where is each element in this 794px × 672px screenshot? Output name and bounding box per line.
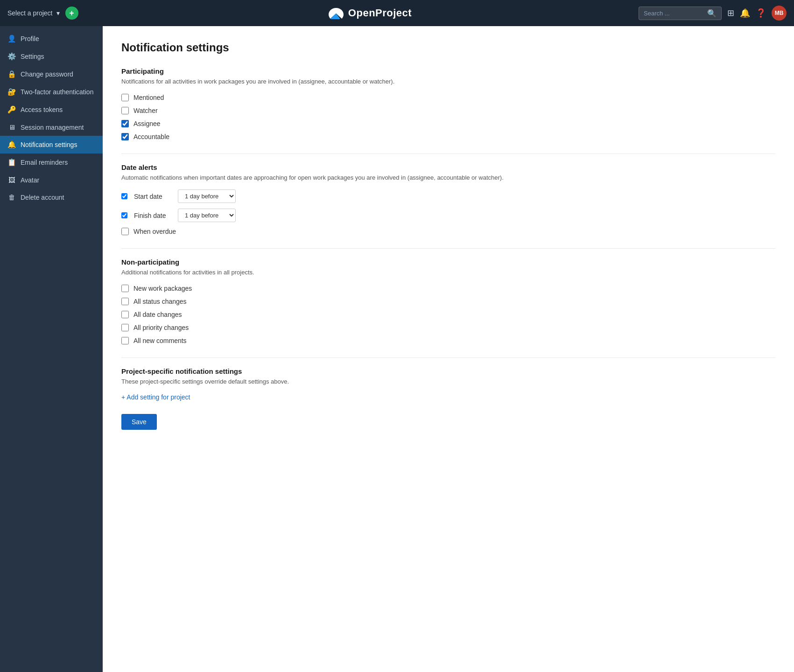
participating-accountable-label[interactable]: Accountable	[134, 133, 169, 140]
access-tokens-icon: 🔑	[7, 105, 16, 114]
notification-settings-label: Notification settings	[21, 141, 95, 148]
sidebar-item-profile[interactable]: 👤 Profile	[0, 30, 103, 48]
date-alerts-title: Date alerts	[121, 163, 775, 171]
date-alerts-section: Date alerts Automatic notifications when…	[121, 163, 775, 236]
search-icon: 🔍	[707, 9, 717, 18]
help-icon[interactable]: ❓	[756, 8, 766, 18]
non-participating-all-status-changes-label[interactable]: All status changes	[134, 298, 187, 305]
sidebar-item-change-password[interactable]: 🔒 Change password	[0, 65, 103, 83]
sidebar-item-settings[interactable]: ⚙️ Settings	[0, 48, 103, 65]
participating-mentioned-row: Mentioned	[121, 94, 775, 101]
participating-mentioned-label[interactable]: Mentioned	[134, 94, 164, 101]
participating-assignee-row: Assignee	[121, 120, 775, 127]
participating-watcher-checkbox[interactable]	[121, 107, 129, 114]
non-participating-all-new-comments-checkbox[interactable]	[121, 337, 129, 344]
non-participating-new-work-packages-checkbox[interactable]	[121, 285, 129, 292]
project-selector-label: Select a project	[7, 9, 53, 17]
non-participating-all-status-changes-checkbox[interactable]	[121, 298, 129, 305]
date-alert-start-date-checkbox[interactable]	[121, 193, 127, 199]
search-input[interactable]	[644, 10, 704, 17]
non-participating-all-priority-changes-label[interactable]: All priority changes	[134, 324, 189, 331]
participating-assignee-checkbox[interactable]	[121, 120, 129, 127]
session-management-icon: 🖥	[7, 123, 16, 131]
email-reminders-icon: 📋	[7, 158, 16, 167]
project-specific-section: Project-specific notification settings T…	[121, 367, 775, 401]
date-alert-when-overdue-checkbox[interactable]	[121, 228, 129, 235]
settings-label: Settings	[21, 53, 95, 60]
date-alert-start-date-row: Start date 1 day before2 days before3 da…	[121, 189, 775, 203]
notifications-icon[interactable]: 🔔	[740, 8, 750, 18]
delete-account-icon: 🗑	[7, 193, 16, 201]
main-content: Notification settings Participating Noti…	[103, 26, 794, 672]
participating-assignee-label[interactable]: Assignee	[134, 120, 161, 127]
non-participating-all-date-changes-row: All date changes	[121, 311, 775, 318]
two-factor-label: Two-factor authentication	[21, 88, 95, 96]
date-alert-start-date-select[interactable]: 1 day before2 days before3 days before1 …	[178, 189, 236, 203]
sidebar-item-avatar[interactable]: 🖼 Avatar	[0, 171, 103, 189]
participating-title: Participating	[121, 67, 775, 75]
profile-icon: 👤	[7, 35, 16, 43]
non-participating-all-priority-changes-row: All priority changes	[121, 324, 775, 331]
app-title: OpenProject	[348, 7, 412, 19]
chevron-down-icon: ▾	[56, 9, 60, 17]
sidebar-item-notification-settings[interactable]: 🔔 Notification settings	[0, 136, 103, 154]
main-layout: 👤 Profile ⚙️ Settings 🔒 Change password …	[0, 26, 794, 672]
non-participating-title: Non-participating	[121, 258, 775, 266]
notification-settings-icon: 🔔	[7, 140, 16, 149]
sidebar-item-email-reminders[interactable]: 📋 Email reminders	[0, 154, 103, 171]
delete-account-label: Delete account	[21, 194, 95, 201]
topnav-actions: 🔍 ⊞ 🔔 ❓ MB	[639, 6, 787, 21]
participating-accountable-checkbox[interactable]	[121, 133, 129, 140]
save-button[interactable]: Save	[121, 414, 157, 430]
access-tokens-label: Access tokens	[21, 106, 95, 113]
participating-desc: Notifications for all activities in work…	[121, 77, 775, 86]
date-alert-finish-date-label[interactable]: Finish date	[134, 212, 171, 219]
sidebar-item-two-factor[interactable]: 🔐 Two-factor authentication	[0, 83, 103, 101]
search-box[interactable]: 🔍	[639, 7, 722, 20]
sidebar-item-access-tokens[interactable]: 🔑 Access tokens	[0, 101, 103, 119]
project-specific-title: Project-specific notification settings	[121, 367, 775, 375]
project-selector[interactable]: Select a project ▾ +	[7, 7, 101, 20]
date-alerts-desc: Automatic notifications when important d…	[121, 173, 775, 182]
date-alert-when-overdue-row: When overdue	[121, 228, 775, 235]
sidebar: 👤 Profile ⚙️ Settings 🔒 Change password …	[0, 26, 103, 672]
participating-mentioned-checkbox[interactable]	[121, 94, 129, 101]
sidebar-item-delete-account[interactable]: 🗑 Delete account	[0, 189, 103, 206]
grid-icon[interactable]: ⊞	[727, 8, 734, 18]
session-management-label: Session management	[21, 124, 95, 131]
add-project-button[interactable]: + Add setting for project	[121, 393, 775, 401]
new-project-button[interactable]: +	[65, 7, 78, 20]
date-alert-finish-date-select[interactable]: 1 day before2 days before3 days before1 …	[178, 209, 236, 222]
avatar-icon: 🖼	[7, 176, 16, 184]
non-participating-all-new-comments-label[interactable]: All new comments	[134, 337, 187, 344]
participating-watcher-row: Watcher	[121, 107, 775, 114]
non-participating-desc: Additional notifications for activities …	[121, 268, 775, 277]
non-participating-new-work-packages-label[interactable]: New work packages	[134, 285, 192, 292]
openproject-logo-icon	[328, 7, 344, 19]
top-navigation: Select a project ▾ + OpenProject 🔍 ⊞ 🔔 ❓…	[0, 0, 794, 26]
avatar[interactable]: MB	[772, 6, 787, 21]
non-participating-new-work-packages-row: New work packages	[121, 285, 775, 292]
non-participating-section: Non-participating Additional notificatio…	[121, 258, 775, 344]
non-participating-all-date-changes-checkbox[interactable]	[121, 311, 129, 318]
email-reminders-label: Email reminders	[21, 159, 95, 166]
non-participating-all-priority-changes-checkbox[interactable]	[121, 324, 129, 331]
profile-label: Profile	[21, 35, 95, 42]
project-specific-desc: These project-specific settings override…	[121, 377, 775, 386]
date-alert-start-date-label[interactable]: Start date	[134, 193, 171, 200]
date-alert-finish-date-checkbox[interactable]	[121, 212, 127, 218]
settings-icon: ⚙️	[7, 52, 16, 61]
sidebar-item-session-management[interactable]: 🖥 Session management	[0, 119, 103, 136]
avatar-label: Avatar	[21, 176, 95, 184]
non-participating-all-date-changes-label[interactable]: All date changes	[134, 311, 182, 318]
date-alert-finish-date-row: Finish date 1 day before2 days before3 d…	[121, 209, 775, 222]
participating-section: Participating Notifications for all acti…	[121, 67, 775, 140]
two-factor-icon: 🔐	[7, 88, 16, 96]
non-participating-all-new-comments-row: All new comments	[121, 337, 775, 344]
page-title: Notification settings	[121, 41, 775, 54]
non-participating-all-status-changes-row: All status changes	[121, 298, 775, 305]
change-password-label: Change password	[21, 70, 95, 78]
date-alert-when-overdue-label[interactable]: When overdue	[134, 228, 176, 235]
change-password-icon: 🔒	[7, 70, 16, 78]
participating-watcher-label[interactable]: Watcher	[134, 107, 158, 114]
